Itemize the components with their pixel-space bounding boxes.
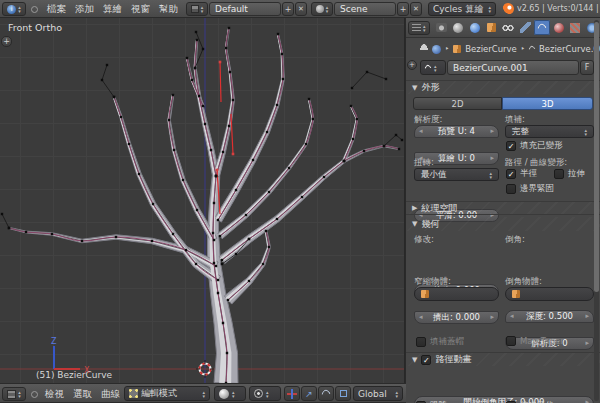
properties-editor: ▴▾ + ‣ BezierCurve ‣ BezierCurve.001 ▴▾ … (406, 18, 600, 403)
stretch-checkbox[interactable]: 拉伸 (554, 168, 585, 180)
curve-icon-dropdown[interactable]: ▴▾ (420, 60, 446, 75)
mini-axis-gizmo: Z X (38, 336, 98, 378)
chevron-updown-icon: ▴▾ (584, 128, 587, 136)
region-expand-button[interactable]: + (407, 60, 417, 70)
editor-type-button[interactable]: ▴▾ (408, 21, 430, 35)
fake-user-button[interactable]: F (580, 60, 594, 75)
menu-file[interactable]: 檔案 (44, 0, 69, 18)
object-cube-icon (512, 290, 520, 298)
pivot-select[interactable]: ▴▾ (249, 386, 281, 401)
header-collapse-icon[interactable] (31, 391, 38, 398)
layout-icon (191, 5, 199, 13)
tab-scene[interactable] (450, 20, 466, 35)
fill-caps-checkbox[interactable]: 填補蓋帽 (416, 336, 464, 348)
menu-window[interactable]: 視窗 (128, 0, 153, 18)
panel-header-path-animation[interactable]: ▼ ✓ 路徑動畫 (406, 352, 600, 366)
shape-2d-button[interactable]: 2D (413, 97, 502, 110)
datablock-name-field[interactable]: BezierCurve.001 (447, 60, 579, 75)
breadcrumb-object[interactable]: BezierCurve (465, 44, 517, 54)
pin-icon[interactable] (420, 44, 428, 54)
rotate-arc-icon (320, 388, 331, 399)
panel-header-texture-space[interactable]: ▶ 紋理空間 (406, 201, 600, 215)
fill-deformed-checkbox[interactable]: ✓填充已變形 (506, 140, 563, 152)
menu-select[interactable]: 選取 (70, 385, 95, 403)
panel-header-shape[interactable]: ▼ 外形 (406, 80, 600, 94)
svg-text:X: X (84, 366, 90, 375)
object-cube-icon (487, 23, 496, 32)
panel-open-icon: ▼ (412, 356, 417, 364)
chevron-updown-icon: ▴▾ (202, 390, 205, 398)
render-engine-select[interactable]: Cycles 算繪 ▴▾ (428, 2, 496, 16)
editor-type-button[interactable]: i ▴▾ (2, 2, 26, 16)
bounds-clamp-checkbox[interactable]: 邊界緊固 (506, 183, 554, 195)
tab-object[interactable] (484, 20, 500, 35)
panel-header-geometry[interactable]: ▼ 幾何 (406, 217, 600, 231)
viewport-3d[interactable]: Front Ortho (51) BezierCurve + Z X (0, 18, 405, 383)
curve-data-icon (536, 22, 547, 33)
scene-icon (453, 23, 463, 33)
shading-select[interactable]: ▴▾ (214, 386, 246, 401)
breadcrumb: ‣ BezierCurve ‣ BezierCurve.001 (420, 42, 600, 56)
radius-checkbox[interactable]: ✓半徑 (506, 168, 537, 180)
scene-icon (316, 5, 324, 13)
chevron-updown-icon: ▴▾ (18, 390, 21, 398)
scene-icon[interactable] (432, 45, 441, 54)
add-layout-button[interactable]: + (282, 2, 294, 16)
menu-curve[interactable]: 曲線 (98, 385, 123, 403)
header-collapse-icon[interactable] (31, 6, 38, 13)
shape-3d-button[interactable]: 3D (502, 97, 593, 110)
screen-layout-name-field[interactable]: Default (209, 2, 281, 16)
checkbox-empty-icon (554, 169, 564, 179)
toolshelf-expand-button[interactable]: + (1, 36, 12, 47)
menu-view[interactable]: 檢視 (42, 385, 67, 403)
bevel-label: 倒角: (505, 234, 525, 246)
checkbox-checked-icon: ✓ (506, 141, 516, 151)
delete-scene-button[interactable]: ✕ (410, 2, 422, 16)
delete-layout-button[interactable]: ✕ (295, 2, 307, 16)
tab-modifiers[interactable] (517, 20, 533, 35)
fill-mode-select[interactable]: 完整 ▴▾ (505, 125, 594, 138)
screen-layout-icon-button[interactable]: ▴▾ (186, 2, 208, 16)
menu-help[interactable]: 幫助 (156, 0, 181, 18)
scrollbar-thumb[interactable] (594, 22, 599, 292)
twist-method-select[interactable]: 最小值 ▴▾ (414, 168, 499, 181)
tab-texture[interactable] (568, 20, 584, 35)
tab-material[interactable] (551, 20, 567, 35)
checkbox-checked-icon: ✓ (506, 169, 516, 179)
wrench-icon (520, 22, 531, 33)
preview-u-field[interactable]: ◂預覽 U: 4▸ (414, 125, 499, 138)
chevron-updown-icon: ▴▾ (266, 390, 269, 398)
bevel-object-field[interactable] (505, 287, 594, 301)
map-taper-checkbox[interactable]: Map Taper (506, 336, 564, 346)
tab-world[interactable] (467, 20, 483, 35)
breadcrumb-data[interactable]: BezierCurve.001 (539, 44, 600, 54)
translate-manipulator-button[interactable]: ↗ (301, 386, 317, 401)
rotate-manipulator-button[interactable] (318, 386, 334, 401)
curve-data-icon (424, 63, 432, 71)
editor-type-button[interactable]: ▴▾ (2, 387, 26, 401)
panel-open-icon: ▼ (412, 220, 417, 228)
extrude-field[interactable]: ◂擠出: 0.000▸ (414, 311, 499, 324)
world-icon (470, 23, 480, 33)
mode-select[interactable]: 編輯模式 ▴▾ (124, 386, 210, 401)
viewport-header: ▴▾ 檢視 選取 曲線 編輯模式 ▴▾ ▴▾ ▴▾ ↗ Global ▴▾ (0, 383, 406, 403)
tab-constraints[interactable] (501, 20, 517, 35)
manipulator-axis-button[interactable] (284, 386, 300, 401)
bevel-depth-field[interactable]: ◂深度: 0.500▸ (505, 310, 594, 323)
tab-render[interactable] (434, 20, 450, 35)
panel-checkbox-checked[interactable]: ✓ (421, 355, 431, 365)
scale-manipulator-button[interactable] (335, 386, 351, 401)
chevron-updown-icon: ▴▾ (395, 390, 398, 398)
tab-curve-data[interactable] (534, 20, 550, 35)
scene-icon-button[interactable]: ▴▾ (311, 2, 333, 16)
menu-add[interactable]: 添加 (72, 0, 97, 18)
chevron-updown-icon: ▴▾ (201, 5, 204, 13)
edit-mode-icon (129, 389, 138, 398)
properties-scrollbar[interactable] (594, 20, 599, 401)
scene-name-field[interactable]: Scene (334, 2, 396, 16)
chevron-updown-icon: ▴▾ (423, 24, 426, 32)
menu-render[interactable]: 算繪 (100, 0, 125, 18)
taper-object-field[interactable] (414, 287, 499, 301)
add-scene-button[interactable]: + (397, 2, 409, 16)
orientation-select[interactable]: Global ▴▾ (353, 386, 403, 401)
